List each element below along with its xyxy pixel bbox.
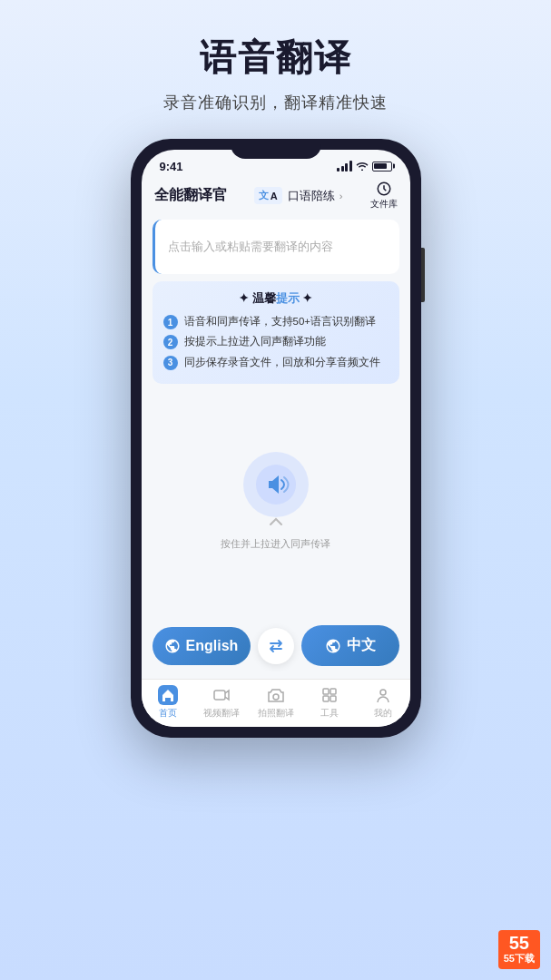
svg-rect-2 [214,691,225,700]
tips-text: 温馨 [252,291,276,305]
svg-point-8 [380,690,386,695]
svg-rect-5 [330,689,336,694]
tip-item-1: 1 语音和同声传译，支持50+语言识别翻译 [163,314,389,329]
app-title: 全能翻译官 [154,186,227,205]
tip-text-2: 按提示上拉进入同声翻译功能 [184,334,326,349]
tip-text-1: 语音和同声传译，支持50+语言识别翻译 [184,314,377,329]
signal-icon [337,161,352,172]
svg-rect-7 [330,696,336,701]
tab-video-label: 视频翻译 [203,707,240,720]
file-library-label: 文件库 [370,198,398,211]
watermark: 55 55下载 [498,930,540,969]
watermark-number: 55 [509,934,529,952]
tip-num-2: 2 [163,335,178,349]
battery-icon [372,162,392,172]
lang-buttons: English 中文 [153,625,399,666]
text-input-area[interactable]: 点击输入或粘贴需要翻译的内容 [153,220,399,274]
app-header: 全能翻译官 文 A 口语陪练 › 文件库 [142,177,410,216]
badge-en: A [271,191,278,201]
nav-label[interactable]: 口语陪练 [288,188,335,204]
input-placeholder: 点击输入或粘贴需要翻译的内容 [168,239,333,255]
swap-language-button[interactable] [258,628,294,664]
tip-text-3: 同步保存录音文件，回放和分享音频文件 [184,355,380,370]
tips-highlight: 提示 [276,291,300,305]
tab-tools-label: 工具 [320,707,339,720]
tab-bar: 首页 视频翻译 [142,679,410,727]
chevron-right-icon: › [339,191,343,201]
tab-home[interactable]: 首页 [142,685,195,720]
tab-photo[interactable]: 拍照翻译 [249,685,302,720]
phone-mockup: 9:41 [131,139,421,738]
tips-box: ✦ 温馨提示 ✦ 1 语音和同声传译，支持50+语言识别翻译 2 按提示上拉进入… [153,281,399,384]
tools-icon [320,685,339,705]
svg-point-3 [273,694,279,700]
page-subtitle: 录音准确识别，翻译精准快速 [18,92,533,113]
chinese-lang-button[interactable]: 中文 [301,625,399,666]
phone-wrapper: 9:41 [0,139,551,738]
star-icon-left: ✦ [239,291,252,305]
watermark-text: 55下载 [504,952,535,965]
translate-badge: 文 A [254,187,282,204]
camera-icon [266,685,286,705]
tab-profile[interactable]: 我的 [356,685,409,720]
tab-video[interactable]: 视频翻译 [195,685,249,720]
english-lang-label: English [186,638,239,654]
tab-profile-label: 我的 [374,707,392,720]
speaker-area: 按住并上拉进入同声传译 [142,391,410,622]
svg-rect-6 [323,696,329,701]
tips-header: ✦ 温馨提示 ✦ [163,290,389,307]
tip-num-1: 1 [163,315,178,329]
drag-hint: 按住并上拉进入同声传译 [221,537,330,551]
drag-chevron-icon [267,517,285,526]
profile-icon [373,685,393,705]
tab-home-label: 首页 [159,707,177,720]
tab-photo-label: 拍照翻译 [258,707,294,720]
header-nav[interactable]: 文 A 口语陪练 › [254,187,343,204]
tip-num-3: 3 [163,356,178,370]
status-icons [337,161,392,172]
svg-rect-4 [323,689,329,694]
tab-tools[interactable]: 工具 [302,685,356,720]
page-title: 语音翻译 [18,33,533,83]
phone-screen: 9:41 [142,150,410,727]
home-icon [158,685,178,705]
status-time: 9:41 [160,160,183,173]
bottom-controls: English 中文 [142,622,410,679]
tip-item-2: 2 按提示上拉进入同声翻译功能 [163,334,389,349]
star-icon-right: ✦ [300,291,313,305]
phone-notch [231,139,321,159]
badge-zh: 文 [259,189,269,202]
tip-item-3: 3 同步保存录音文件，回放和分享音频文件 [163,355,389,370]
file-library-button[interactable]: 文件库 [370,181,398,211]
speaker-icon [243,452,309,517]
wifi-icon [356,161,369,172]
chinese-lang-label: 中文 [347,636,376,655]
video-icon [212,685,231,705]
page-header: 语音翻译 录音准确识别，翻译精准快速 [0,0,551,122]
english-lang-button[interactable]: English [153,627,251,665]
